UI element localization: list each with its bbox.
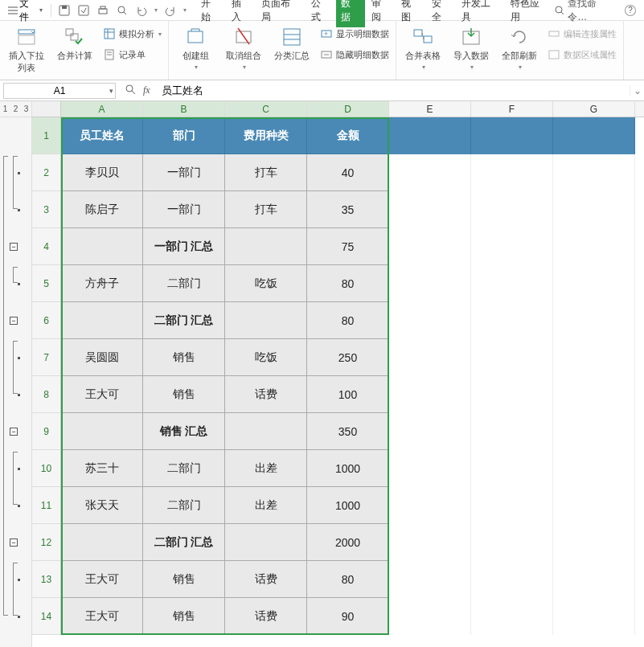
grid-cells[interactable]: 员工姓名部门费用种类金额李贝贝一部门打车40陈启子一部门打车35一部门 汇总75… bbox=[61, 117, 635, 635]
header-cell[interactable]: 部门 bbox=[143, 117, 225, 154]
cell[interactable]: 75 bbox=[307, 228, 389, 265]
refresh-all-button[interactable]: 全部刷新▾ bbox=[499, 26, 539, 71]
cell[interactable]: 销售 bbox=[143, 598, 225, 635]
cell[interactable]: 一部门 bbox=[143, 191, 225, 228]
cell[interactable]: 1000 bbox=[307, 487, 389, 524]
col-header-A[interactable]: A bbox=[61, 101, 143, 117]
cell[interactable]: 销售 bbox=[143, 339, 225, 376]
cell[interactable] bbox=[471, 302, 553, 339]
outline-level-1[interactable]: 1 bbox=[3, 104, 8, 113]
cell[interactable]: 出差 bbox=[225, 450, 307, 487]
col-header-E[interactable]: E bbox=[389, 101, 471, 117]
cell[interactable] bbox=[389, 487, 471, 524]
cell[interactable]: 100 bbox=[307, 376, 389, 413]
cell[interactable]: 250 bbox=[307, 339, 389, 376]
cell[interactable]: 话费 bbox=[225, 598, 307, 635]
cell[interactable]: 销售 bbox=[143, 561, 225, 598]
outline-collapse-icon[interactable]: − bbox=[10, 317, 18, 325]
cell[interactable]: 二部门 汇总 bbox=[143, 524, 225, 561]
cell[interactable]: 二部门 bbox=[143, 450, 225, 487]
outline-collapse-icon[interactable]: − bbox=[10, 538, 18, 547]
cell[interactable] bbox=[225, 413, 307, 450]
cell[interactable] bbox=[553, 265, 635, 302]
print-icon[interactable] bbox=[96, 4, 109, 17]
cell[interactable]: 销售 汇总 bbox=[143, 413, 225, 450]
cell[interactable]: 一部门 bbox=[143, 154, 225, 191]
cell[interactable]: 话费 bbox=[225, 376, 307, 413]
row-header-8[interactable]: 8 bbox=[32, 376, 60, 413]
row-header-10[interactable]: 10 bbox=[32, 450, 60, 487]
redo-icon[interactable] bbox=[164, 4, 177, 17]
cell[interactable] bbox=[553, 450, 635, 487]
cell[interactable] bbox=[553, 191, 635, 228]
cell[interactable] bbox=[471, 413, 553, 450]
col-header-G[interactable]: G bbox=[553, 101, 635, 117]
undo-icon[interactable] bbox=[135, 4, 148, 17]
row-header-12[interactable]: 12 bbox=[32, 524, 60, 561]
cell[interactable]: 苏三十 bbox=[61, 450, 143, 487]
ungroup-button[interactable]: 取消组合▾ bbox=[224, 26, 264, 71]
cell[interactable] bbox=[553, 413, 635, 450]
cell[interactable] bbox=[389, 191, 471, 228]
chevron-down-icon[interactable]: ▾ bbox=[154, 6, 158, 14]
cell[interactable] bbox=[471, 228, 553, 265]
cell[interactable]: 吴圆圆 bbox=[61, 339, 143, 376]
cell[interactable] bbox=[471, 598, 553, 635]
cell[interactable]: 话费 bbox=[225, 561, 307, 598]
outline-body[interactable]: −−−− bbox=[0, 117, 32, 647]
cell[interactable]: 80 bbox=[307, 265, 389, 302]
outline-level-3[interactable]: 3 bbox=[24, 104, 29, 113]
formula-input[interactable] bbox=[157, 84, 630, 96]
name-box-input[interactable] bbox=[4, 85, 115, 96]
header-cell[interactable]: 员工姓名 bbox=[61, 117, 143, 154]
cell[interactable]: 打车 bbox=[225, 191, 307, 228]
cell[interactable] bbox=[61, 302, 143, 339]
cell[interactable] bbox=[553, 117, 635, 154]
cell[interactable]: 张天天 bbox=[61, 487, 143, 524]
cell[interactable] bbox=[471, 524, 553, 561]
cell[interactable] bbox=[389, 598, 471, 635]
cell[interactable] bbox=[471, 117, 553, 154]
cell[interactable]: 吃饭 bbox=[225, 339, 307, 376]
row-header-5[interactable]: 5 bbox=[32, 265, 60, 302]
header-cell[interactable]: 费用种类 bbox=[225, 117, 307, 154]
row-header-1[interactable]: 1 bbox=[32, 117, 60, 154]
cell[interactable]: 销售 bbox=[143, 376, 225, 413]
expand-formula-icon[interactable]: ⌄ bbox=[630, 85, 644, 96]
cell[interactable] bbox=[225, 228, 307, 265]
header-cell[interactable]: 金额 bbox=[307, 117, 389, 154]
row-header-14[interactable]: 14 bbox=[32, 598, 60, 635]
cell[interactable] bbox=[553, 302, 635, 339]
cell[interactable]: 二部门 汇总 bbox=[143, 302, 225, 339]
cell[interactable] bbox=[61, 413, 143, 450]
cell[interactable] bbox=[553, 376, 635, 413]
fx-wizard-icon[interactable] bbox=[125, 84, 137, 96]
select-all-corner[interactable] bbox=[32, 101, 61, 117]
chevron-down-icon[interactable]: ▾ bbox=[109, 87, 113, 95]
cell[interactable] bbox=[553, 154, 635, 191]
outline-collapse-icon[interactable]: − bbox=[10, 243, 18, 251]
cell[interactable] bbox=[389, 524, 471, 561]
help-icon[interactable]: ? bbox=[625, 5, 636, 16]
cell[interactable] bbox=[553, 228, 635, 265]
cell[interactable]: 吃饭 bbox=[225, 265, 307, 302]
cell[interactable]: 40 bbox=[307, 154, 389, 191]
cell[interactable] bbox=[471, 450, 553, 487]
cell[interactable]: 方舟子 bbox=[61, 265, 143, 302]
subtotal-button[interactable]: 分类汇总 bbox=[272, 26, 312, 62]
outline-level-2[interactable]: 2 bbox=[14, 104, 18, 113]
cell[interactable] bbox=[389, 302, 471, 339]
preview-icon[interactable] bbox=[116, 4, 129, 17]
outline-collapse-icon[interactable]: − bbox=[10, 428, 18, 436]
cell[interactable]: 李贝贝 bbox=[61, 154, 143, 191]
cell[interactable]: 90 bbox=[307, 598, 389, 635]
cell[interactable]: 80 bbox=[307, 561, 389, 598]
save-as-icon[interactable] bbox=[77, 4, 90, 17]
cell[interactable]: 350 bbox=[307, 413, 389, 450]
cell[interactable] bbox=[471, 376, 553, 413]
cell[interactable]: 王大可 bbox=[61, 376, 143, 413]
row-header-13[interactable]: 13 bbox=[32, 561, 60, 598]
insert-dropdown-button[interactable]: 插入下拉列表 bbox=[6, 26, 47, 74]
cell[interactable] bbox=[553, 339, 635, 376]
cell[interactable] bbox=[389, 561, 471, 598]
